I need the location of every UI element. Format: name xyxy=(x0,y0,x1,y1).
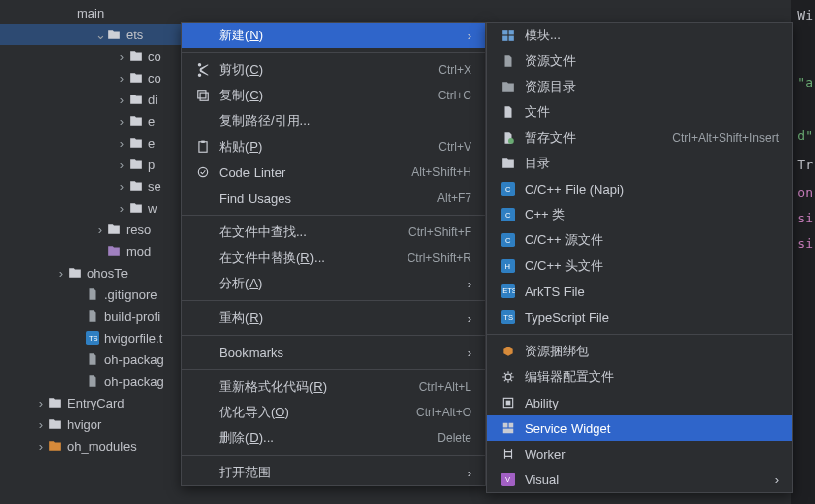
menu-item[interactable]: 新建(N)› xyxy=(182,23,485,48)
svg-rect-7 xyxy=(502,30,507,34)
menu-item[interactable]: Code LinterAlt+Shift+H xyxy=(182,159,485,185)
chevron-right-icon: › xyxy=(116,136,128,151)
svg-point-24 xyxy=(505,374,511,380)
menu-item-label: 复制(C) xyxy=(219,87,438,104)
menu-item[interactable]: VVisual› xyxy=(487,467,792,492)
menu-item-label: C++ 类 xyxy=(525,206,779,223)
chevron-right-icon: › xyxy=(116,71,128,86)
menu-item[interactable]: HC/C++ 头文件 xyxy=(487,253,792,279)
tree-item[interactable]: ›co xyxy=(0,67,197,89)
menu-item-label: C/C++ 头文件 xyxy=(525,257,779,275)
chevron-right-icon: › xyxy=(462,466,471,480)
visual-icon: V xyxy=(501,472,519,486)
copy-icon xyxy=(196,89,214,102)
worker-icon xyxy=(501,447,519,461)
menu-item[interactable]: 粘贴(P)Ctrl+V xyxy=(182,134,485,159)
menu-item-label: C/C++ 源文件 xyxy=(525,231,779,249)
shortcut: Ctrl+V xyxy=(438,140,471,154)
shortcut: Ctrl+X xyxy=(438,63,471,77)
folder-icon xyxy=(106,27,122,42)
menu-item[interactable]: Find UsagesAlt+F7 xyxy=(182,185,485,211)
menu-item-label: 目录 xyxy=(525,155,779,172)
menu-item[interactable]: 优化导入(O)Ctrl+Alt+O xyxy=(182,400,485,425)
menu-item[interactable]: 编辑器配置文件 xyxy=(487,364,792,390)
separator xyxy=(487,334,792,335)
tree-item[interactable]: ›co xyxy=(0,45,197,67)
menu-item[interactable]: 模块... xyxy=(487,23,792,48)
chevron-down-icon: ⌄ xyxy=(94,28,106,42)
svg-text:H: H xyxy=(505,262,510,271)
shortcut: Ctrl+Alt+Shift+Insert xyxy=(672,131,779,145)
ability-icon xyxy=(501,396,519,410)
shortcut: Alt+Shift+H xyxy=(411,165,471,179)
menu-item-label: 剪切(C) xyxy=(219,61,438,79)
menu-item[interactable]: 资源捆绑包 xyxy=(487,339,792,364)
menu-item-label: ArkTS File xyxy=(525,284,779,299)
svg-text:TS: TS xyxy=(503,313,513,322)
menu-item[interactable]: CC/C++ 源文件 xyxy=(487,227,792,253)
menu-item-label: 在文件中查找... xyxy=(219,223,408,241)
svg-rect-4 xyxy=(199,142,207,153)
dir-icon xyxy=(501,157,519,170)
tree-item[interactable]: ›p xyxy=(0,154,197,175)
tree-item-ets[interactable]: ⌄ ets xyxy=(0,24,197,45)
tree-item[interactable]: ›di xyxy=(0,89,197,110)
svg-rect-2 xyxy=(200,93,208,100)
tree-item[interactable]: ›se xyxy=(0,175,197,197)
h-icon: H xyxy=(501,259,519,273)
separator xyxy=(182,300,485,301)
shortcut: Ctrl+C xyxy=(438,89,471,102)
menu-item[interactable]: CC/C++ File (Napi) xyxy=(487,176,792,202)
menu-item[interactable]: Ability xyxy=(487,390,792,415)
menu-item[interactable]: 重新格式化代码(R)Ctrl+Alt+L xyxy=(182,374,485,400)
menu-item[interactable]: 在文件中查找...Ctrl+Shift+F xyxy=(182,220,485,245)
menu-item[interactable]: 复制(C)Ctrl+C xyxy=(182,83,485,108)
menu-item-label: 粘贴(P) xyxy=(219,138,438,156)
menu-item[interactable]: 暂存文件Ctrl+Alt+Shift+Insert xyxy=(487,125,792,151)
menu-item-label: 资源捆绑包 xyxy=(525,343,779,360)
menu-item-label: Find Usages xyxy=(219,191,437,206)
menu-item[interactable]: 文件 xyxy=(487,99,792,125)
menu-item[interactable]: Bookmarks› xyxy=(182,340,485,365)
menu-item[interactable]: 资源文件 xyxy=(487,48,792,74)
menu-item[interactable]: 剪切(C)Ctrl+X xyxy=(182,57,485,83)
svg-text:ETS: ETS xyxy=(502,286,515,295)
menu-item-label: Bookmarks xyxy=(219,346,462,360)
menu-item[interactable]: ETSArkTS File xyxy=(487,279,792,304)
menu-item-label: TypeScript File xyxy=(525,310,779,325)
menu-item[interactable]: 资源目录 xyxy=(487,74,792,99)
menu-item[interactable]: 目录 xyxy=(487,151,792,176)
menu-item[interactable]: 重构(R)› xyxy=(182,305,485,331)
menu-item-label: 删除(D)... xyxy=(219,429,437,447)
menu-item-label: 模块... xyxy=(525,27,779,44)
svg-rect-29 xyxy=(503,429,514,434)
menu-item-label: 复制路径/引用... xyxy=(219,112,471,130)
project-tree[interactable]: main ⌄ ets ›co›co›di›e›e›p›se›w ›reso mo… xyxy=(0,0,197,457)
menu-item[interactable]: Worker xyxy=(487,441,792,467)
menu-item[interactable]: 在文件中替换(R)...Ctrl+Shift+R xyxy=(182,245,485,271)
menu-item[interactable]: 删除(D)...Delete xyxy=(182,425,485,451)
tree-item[interactable]: ›e xyxy=(0,132,197,154)
svg-rect-26 xyxy=(506,401,511,406)
menu-item[interactable]: Service Widget xyxy=(487,415,792,441)
ts-icon: TS xyxy=(501,310,519,324)
chevron-right-icon: › xyxy=(94,222,106,237)
menu-item[interactable]: TSTypeScript File xyxy=(487,304,792,330)
separator xyxy=(182,215,485,216)
menu-item[interactable]: 打开范围› xyxy=(182,460,485,485)
new-submenu[interactable]: 模块...资源文件资源目录文件暂存文件Ctrl+Alt+Shift+Insert… xyxy=(486,22,793,493)
widget-icon xyxy=(501,421,519,435)
menu-item[interactable]: CC++ 类 xyxy=(487,202,792,227)
menu-item[interactable]: 分析(A)› xyxy=(182,271,485,296)
menu-item-label: 重构(R) xyxy=(219,309,462,327)
svg-rect-8 xyxy=(509,30,514,34)
c-icon: C xyxy=(501,233,519,247)
context-menu[interactable]: 新建(N)›剪切(C)Ctrl+X复制(C)Ctrl+C复制路径/引用...粘贴… xyxy=(181,22,486,486)
tree-item[interactable]: ›w xyxy=(0,197,197,219)
menu-item-label: 资源目录 xyxy=(525,78,779,95)
folder-icon xyxy=(128,70,144,86)
svg-rect-3 xyxy=(198,91,206,98)
menu-item[interactable]: 复制路径/引用... xyxy=(182,108,485,134)
tree-item[interactable]: ›e xyxy=(0,110,197,132)
menu-item-label: 新建(N) xyxy=(219,27,462,44)
